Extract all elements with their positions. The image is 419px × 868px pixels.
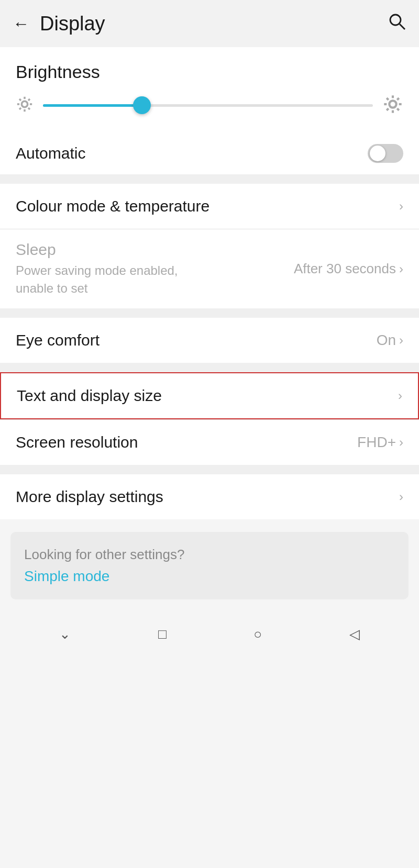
header-left: ← Display bbox=[13, 13, 105, 35]
svg-point-11 bbox=[389, 101, 396, 107]
svg-line-17 bbox=[397, 108, 399, 110]
screen-resolution-label: Screen resolution bbox=[16, 433, 138, 451]
text-display-size-item[interactable]: Text and display size › bbox=[0, 372, 419, 419]
sleep-title: Sleep bbox=[16, 241, 215, 259]
brightness-label: Brightness bbox=[16, 62, 403, 82]
colour-mode-chevron: › bbox=[399, 199, 403, 214]
nav-circle-icon[interactable]: ○ bbox=[253, 626, 262, 642]
svg-point-2 bbox=[21, 101, 27, 107]
brightness-slider[interactable] bbox=[43, 95, 373, 116]
colour-mode-right: › bbox=[399, 199, 403, 214]
divider-4 bbox=[0, 363, 419, 372]
screen-resolution-right: FHD+ › bbox=[357, 434, 403, 451]
nav-square-icon[interactable]: □ bbox=[158, 626, 167, 642]
slider-fill bbox=[43, 104, 142, 107]
colour-mode-item[interactable]: Colour mode & temperature › bbox=[0, 184, 419, 229]
eye-comfort-right: On › bbox=[377, 332, 403, 349]
eye-comfort-label: Eye comfort bbox=[16, 331, 100, 349]
header: ← Display bbox=[0, 0, 419, 47]
more-display-settings-label: More display settings bbox=[16, 488, 163, 506]
svg-line-8 bbox=[28, 108, 30, 109]
other-settings-box: Looking for other settings? Simple mode bbox=[10, 532, 409, 599]
toggle-thumb bbox=[370, 146, 385, 161]
more-display-settings-chevron: › bbox=[399, 489, 403, 504]
text-display-size-right: › bbox=[398, 388, 402, 403]
back-button[interactable]: ← bbox=[13, 14, 29, 34]
more-display-settings-item[interactable]: More display settings › bbox=[0, 474, 419, 519]
search-button[interactable] bbox=[388, 12, 406, 35]
colour-mode-label: Colour mode & temperature bbox=[16, 197, 210, 215]
divider-3 bbox=[0, 308, 419, 318]
svg-line-19 bbox=[387, 108, 389, 110]
screen-resolution-item[interactable]: Screen resolution FHD+ › bbox=[0, 420, 419, 465]
screen-resolution-chevron: › bbox=[399, 435, 403, 450]
svg-line-7 bbox=[19, 99, 21, 101]
sleep-chevron: › bbox=[399, 262, 403, 276]
svg-point-0 bbox=[390, 15, 401, 25]
simple-mode-link[interactable]: Simple mode bbox=[24, 568, 395, 585]
sleep-subtitle: Power saving mode enabled, unable to set bbox=[16, 262, 215, 297]
divider-1 bbox=[0, 174, 419, 184]
slider-thumb[interactable] bbox=[133, 96, 151, 114]
brightness-section: Brightness bbox=[0, 47, 419, 132]
automatic-toggle[interactable] bbox=[368, 144, 403, 163]
sun-large-icon bbox=[382, 94, 403, 117]
sleep-left: Sleep Power saving mode enabled, unable … bbox=[16, 241, 215, 297]
eye-comfort-chevron: › bbox=[399, 333, 403, 348]
divider-6 bbox=[0, 465, 419, 474]
nav-back-icon[interactable]: ◁ bbox=[349, 626, 360, 642]
other-settings-text: Looking for other settings? bbox=[24, 547, 395, 563]
svg-line-9 bbox=[28, 99, 30, 101]
slider-track bbox=[43, 104, 373, 107]
eye-comfort-item[interactable]: Eye comfort On › bbox=[0, 318, 419, 363]
bottom-nav: ⌄ □ ○ ◁ bbox=[0, 615, 419, 653]
sleep-value: After 30 seconds bbox=[294, 261, 396, 277]
brightness-slider-row bbox=[16, 94, 403, 117]
text-display-size-chevron: › bbox=[398, 388, 402, 403]
sleep-item[interactable]: Sleep Power saving mode enabled, unable … bbox=[0, 229, 419, 308]
automatic-row: Automatic bbox=[0, 132, 419, 174]
more-display-settings-right: › bbox=[399, 489, 403, 504]
sun-small-icon bbox=[16, 95, 34, 115]
text-display-size-label: Text and display size bbox=[17, 387, 162, 405]
sleep-right: After 30 seconds › bbox=[294, 261, 403, 277]
svg-line-18 bbox=[397, 98, 399, 100]
screen-resolution-value: FHD+ bbox=[357, 434, 396, 451]
nav-dropdown-icon[interactable]: ⌄ bbox=[59, 626, 71, 642]
svg-line-1 bbox=[400, 24, 405, 29]
eye-comfort-value: On bbox=[377, 332, 396, 349]
svg-line-10 bbox=[19, 108, 21, 109]
automatic-label: Automatic bbox=[16, 144, 85, 162]
page-title: Display bbox=[40, 13, 105, 35]
svg-line-16 bbox=[387, 98, 389, 100]
